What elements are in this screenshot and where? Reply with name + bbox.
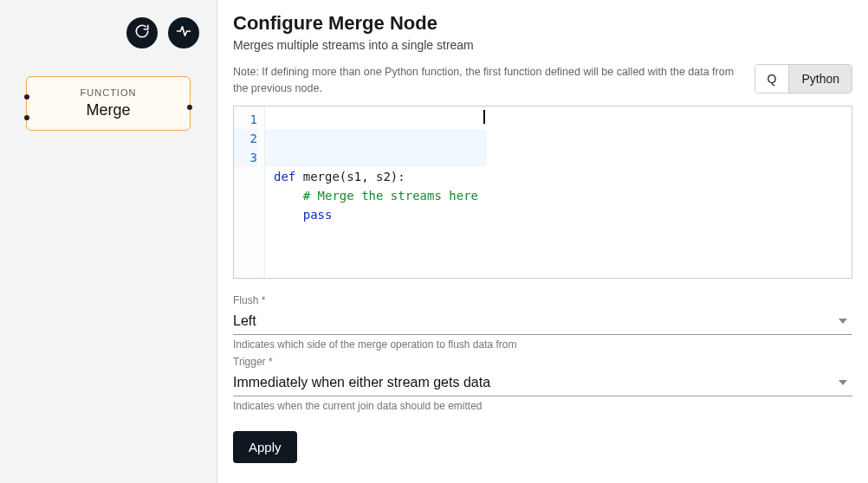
flush-value: Left: [233, 313, 256, 329]
node-name: Merge: [34, 101, 183, 119]
trigger-label: Trigger *: [233, 356, 852, 368]
apply-button[interactable]: Apply: [233, 431, 297, 463]
panel-subtitle: Merges multiple streams into a single st…: [233, 38, 852, 52]
trigger-field: Trigger * Immediately when either stream…: [233, 356, 852, 412]
language-option-python[interactable]: Python: [789, 65, 852, 93]
merge-node[interactable]: FUNCTION Merge: [26, 76, 191, 131]
activity-button[interactable]: [168, 17, 199, 48]
flush-field: Flush * Left Indicates which side of the…: [233, 294, 852, 351]
flush-help: Indicates which side of the merge operat…: [233, 338, 852, 351]
flush-select[interactable]: Left: [233, 310, 852, 335]
refresh-button[interactable]: [126, 17, 158, 48]
language-toggle: Q Python: [755, 64, 852, 93]
language-option-q[interactable]: Q: [755, 65, 790, 93]
panel-note: Note: If defining more than one Python f…: [233, 64, 744, 97]
input-port-2[interactable]: [24, 115, 29, 120]
canvas-pane: FUNCTION Merge: [0, 0, 217, 483]
input-port-1[interactable]: [24, 94, 29, 100]
chevron-down-icon: [839, 380, 847, 385]
chevron-down-icon: [839, 319, 847, 324]
panel-title: Configure Merge Node: [233, 12, 852, 35]
refresh-icon: [134, 23, 150, 42]
trigger-value: Immediately when either stream gets data: [233, 375, 490, 390]
trigger-select[interactable]: Immediately when either stream gets data: [233, 371, 852, 396]
editor-code[interactable]: def merge(s1, s2): # Merge the streams h…: [265, 106, 487, 278]
activity-icon: [176, 23, 191, 42]
node-type-label: FUNCTION: [34, 87, 183, 98]
editor-gutter: 1 2 3: [234, 106, 265, 278]
flush-label: Flush *: [233, 294, 852, 306]
output-port[interactable]: [187, 105, 192, 110]
config-panel: Configure Merge Node Merges multiple str…: [217, 0, 868, 483]
editor-cursor: [483, 110, 485, 124]
trigger-help: Indicates when the current join data sho…: [233, 400, 852, 412]
code-editor[interactable]: 1 2 3 def merge(s1, s2): # Merge the str…: [233, 106, 852, 279]
